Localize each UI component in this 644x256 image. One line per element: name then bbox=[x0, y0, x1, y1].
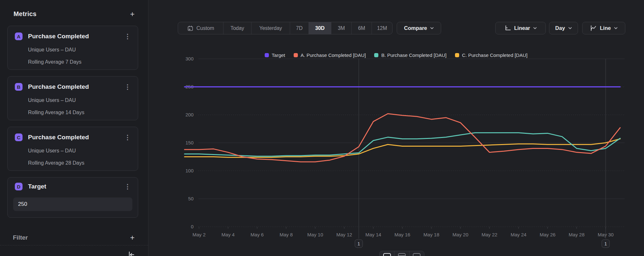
x-axis-tick-label: May 18 bbox=[423, 232, 439, 237]
metrics-report-page: Metrics + A Purchase Completed ⋮ Unique … bbox=[0, 0, 644, 256]
x-axis-tick-label: May 26 bbox=[540, 232, 555, 237]
layout-option-compact[interactable] bbox=[409, 251, 424, 256]
metrics-line-chart: 050100150200250300May 2May 4May 6May 8Ma… bbox=[0, 0, 644, 256]
x-axis-tick-label: May 12 bbox=[336, 232, 352, 237]
x-axis-tick-label: May 8 bbox=[279, 232, 293, 237]
layout-split-icon bbox=[398, 253, 406, 256]
x-axis-tick-label: May 10 bbox=[307, 232, 323, 237]
layout-full-icon bbox=[383, 253, 391, 256]
y-axis-tick-label: 0 bbox=[191, 224, 194, 229]
x-axis-tick-label: May 22 bbox=[481, 232, 497, 237]
x-axis-tick-label: May 24 bbox=[511, 232, 526, 237]
series-line-a bbox=[185, 114, 620, 162]
y-axis-tick-label: 200 bbox=[185, 112, 194, 117]
y-axis-tick-label: 300 bbox=[185, 56, 194, 61]
x-axis-tick-label: May 2 bbox=[193, 232, 206, 237]
x-axis-tick-label: May 6 bbox=[251, 232, 264, 237]
x-axis-tick-label: May 20 bbox=[452, 232, 468, 237]
annotation-badge-label: 1 bbox=[357, 241, 360, 246]
y-axis-tick-label: 50 bbox=[188, 196, 194, 201]
chart-layout-toggle bbox=[379, 251, 424, 256]
x-axis-tick-label: May 14 bbox=[365, 232, 381, 237]
y-axis-tick-label: 150 bbox=[185, 140, 194, 145]
series-line-c bbox=[185, 139, 620, 157]
layout-option-split[interactable] bbox=[394, 251, 409, 256]
layout-compact-icon bbox=[412, 253, 421, 256]
x-axis-tick-label: May 4 bbox=[222, 232, 235, 237]
y-axis-tick-label: 100 bbox=[185, 168, 194, 173]
layout-option-full[interactable] bbox=[380, 251, 394, 256]
annotation-badge-label: 1 bbox=[604, 241, 607, 246]
x-axis-tick-label: May 16 bbox=[394, 232, 410, 237]
x-axis-tick-label: May 28 bbox=[569, 232, 584, 237]
